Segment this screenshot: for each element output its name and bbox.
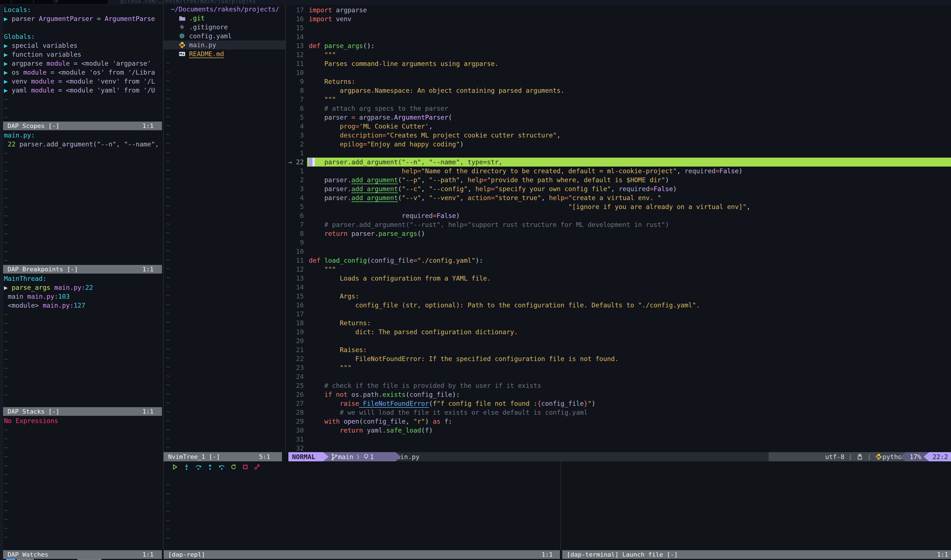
code-line[interactable]: 12 """ — [286, 50, 951, 59]
code-line[interactable]: 17 — [286, 309, 951, 318]
dap-line[interactable]: main.py: — [3, 131, 163, 140]
restart-icon[interactable] — [230, 464, 237, 470]
code-line[interactable]: 4 parser.add_argument("--v", "--venv", a… — [286, 193, 951, 202]
code-editor[interactable]: 17import argparse16import venv151413def … — [286, 5, 951, 452]
code-line[interactable]: 15 Args: — [286, 292, 951, 301]
chevron-left-icon: ⟨ — [848, 453, 852, 460]
line-number: 11 — [286, 59, 304, 68]
step-back-icon[interactable] — [218, 464, 225, 470]
dap-breakpoints-panel[interactable]: main.py: 22 parser.add_argument("--n", "… — [3, 131, 163, 265]
dap-line[interactable]: ▶ os module = <module 'os' from '/Libra — [3, 68, 163, 77]
empty-line-tilde: ~ — [164, 202, 285, 211]
empty-line-tilde: ~ — [164, 416, 285, 425]
code-line[interactable]: 21 Raises: — [286, 345, 951, 354]
step-out-icon[interactable] — [207, 464, 213, 470]
tree-item-.git[interactable]: .git — [164, 14, 285, 23]
code-line[interactable]: 27 raise FileNotFoundError(f"f config fi… — [286, 399, 951, 408]
code-line[interactable]: 1 help="Name of the directory to be crea… — [286, 166, 951, 175]
code-line[interactable]: 7 # parser.add_argument("--rust", help="… — [286, 220, 951, 229]
code-line[interactable]: 4 prog='ML Cookie Cutter', — [286, 122, 951, 131]
code-line[interactable]: 25 # check if the file is provided by th… — [286, 381, 951, 390]
code-line[interactable]: 2 epilog="Enjoy and happy coding") — [286, 140, 951, 149]
tree-item-config.yaml[interactable]: config.yaml — [164, 32, 285, 40]
code-line[interactable]: 8 argparse.Namespace: An object containi… — [286, 86, 951, 95]
code-line[interactable]: 2 parser.add_argument("--p", "--path", h… — [286, 175, 951, 185]
code-line[interactable]: 15 — [286, 23, 951, 32]
code-line[interactable]: 5 parser = argparse.ArgumentParser( — [286, 113, 951, 122]
empty-line-tilde: ~ — [3, 220, 163, 229]
empty-line-tilde: ~ — [3, 229, 163, 238]
code-line[interactable]: 9 — [286, 238, 951, 247]
dap-line[interactable] — [3, 23, 163, 32]
code-line[interactable]: 29 with open(config_file, "r") as f: — [286, 417, 951, 426]
code-line[interactable]: 12 """ — [286, 265, 951, 274]
code-line[interactable]: 11def load_config(config_file="./config.… — [286, 256, 951, 265]
stop-icon[interactable] — [242, 464, 249, 470]
code-line[interactable]: 19 dict: The parsed configuration dictio… — [286, 328, 951, 337]
code-line[interactable]: 1 — [286, 149, 951, 158]
code-line[interactable]: 11 Parses command-line arguments using a… — [286, 59, 951, 68]
tree-item-.gitignore[interactable]: .gitignore — [164, 23, 285, 32]
dap-line[interactable]: 22 parser.add_argument("--n", "--name", — [3, 140, 163, 149]
step-over-icon[interactable] — [195, 464, 202, 470]
line-number: 15 — [286, 23, 304, 32]
code-line[interactable]: 30 return yaml.safe_load(f) — [286, 426, 951, 435]
dap-line[interactable]: <module> main.py:127 — [3, 301, 163, 310]
nvimtree-root-path[interactable]: ~/Documents/rakesh/projects/ — [164, 5, 285, 14]
code-line[interactable]: 8 return parser.parse_args() — [286, 229, 951, 238]
code-line[interactable]: 23 """ — [286, 363, 951, 372]
code-line[interactable]: 6 # attach arg specs to the parser — [286, 104, 951, 113]
tree-item-main.py[interactable]: main.py — [164, 40, 285, 49]
chevron-left-icon: ⟨ — [868, 453, 871, 460]
code-line[interactable]: 10 — [286, 68, 951, 77]
tree-item-README.md[interactable]: README.md — [164, 49, 285, 58]
code-line-current[interactable]: → 22 parser.add_argument("--n", "--name"… — [286, 158, 951, 166]
dap-watches-panel[interactable]: No Expressions~~~~~~~~~~~~~ — [3, 416, 163, 550]
dap-line[interactable]: MainThread: — [3, 274, 163, 283]
dap-line[interactable]: Locals: — [3, 5, 163, 14]
code-line[interactable]: 14 — [286, 283, 951, 292]
line-number: 9 — [286, 77, 304, 86]
line-number: 6 — [286, 211, 304, 220]
code-line[interactable]: 10 — [286, 247, 951, 256]
code-line[interactable]: 13 Loads a configuration from a YAML fil… — [286, 274, 951, 283]
step-into-icon[interactable] — [183, 464, 190, 470]
dap-line[interactable]: ▶ yaml module = <module 'yaml' from '/U — [3, 86, 163, 95]
code-line[interactable]: 16import venv — [286, 15, 951, 23]
code-line[interactable]: 7 """ — [286, 95, 951, 104]
dap-line[interactable]: ▶ venv module = <module 'venv' from '/L — [3, 77, 163, 86]
code-line[interactable]: 6 required=False) — [286, 211, 951, 220]
dap-line[interactable]: ▶ function variables — [3, 50, 163, 59]
line-number: 12 — [286, 50, 304, 59]
dap-stacks-panel[interactable]: MainThread:▶ parse_args main.py:22 main … — [3, 274, 163, 407]
code-line[interactable]: 13def parse_args(): — [286, 42, 951, 50]
dap-line[interactable]: ▶ parser ArgumentParser = ArgumentParse — [3, 14, 163, 23]
code-line[interactable]: 28 # we will load the file it exists or … — [286, 408, 951, 417]
code-line[interactable]: 22 FileNotFoundError: If the specified c… — [286, 354, 951, 363]
dap-line[interactable]: No Expressions — [3, 416, 163, 425]
code-line[interactable]: 26 if not os.path.exists(config_file): — [286, 390, 951, 399]
disconnect-icon[interactable] — [254, 464, 260, 470]
code-line[interactable]: 9 Returns: — [286, 77, 951, 86]
code-line[interactable]: 32 — [286, 444, 951, 452]
code-line[interactable]: 17import argparse — [286, 6, 951, 15]
play-icon[interactable] — [171, 464, 178, 470]
dap-scopes-panel[interactable]: Locals:▶ parser ArgumentParser = Argumen… — [3, 5, 163, 122]
dap-terminal-window[interactable] — [561, 462, 951, 550]
dap-line[interactable]: ▶ argparse module = <module 'argparse' — [3, 59, 163, 68]
dap-line[interactable]: main main.py:103 — [3, 292, 163, 301]
code-line[interactable]: 24 — [286, 372, 951, 381]
code-line[interactable]: 16 config_file (str, optional): Path to … — [286, 301, 951, 309]
code-line[interactable]: 31 — [286, 435, 951, 444]
code-line[interactable]: 18 Returns: — [286, 318, 951, 328]
nvimtree-panel[interactable]: ~/Documents/rakesh/projects/ .git.gitign… — [164, 5, 285, 452]
code-line[interactable]: 14 — [286, 32, 951, 42]
code-line[interactable]: 5 "[ignore if you are already on a virtu… — [286, 202, 951, 211]
code-line[interactable]: 20 — [286, 337, 951, 345]
dap-line[interactable]: ▶ special variables — [3, 41, 163, 50]
dap-line[interactable]: Globals: — [3, 32, 163, 41]
dap-line[interactable]: ▶ parse_args main.py:22 — [3, 283, 163, 292]
code-line[interactable]: 3 parser.add_argument("--c", "--config",… — [286, 185, 951, 193]
dap-repl-window[interactable]: ~~~~~~~ — [164, 462, 560, 550]
code-line[interactable]: 3 description="Creates ML project cookie… — [286, 131, 951, 140]
